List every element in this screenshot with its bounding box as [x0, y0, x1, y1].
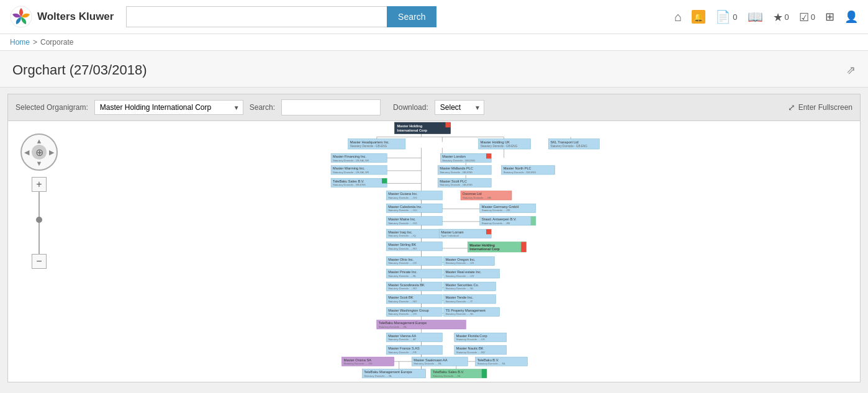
node-securities[interactable]: Master Securities Co. Statutory Domicile… — [443, 282, 495, 291]
breadcrumb: Home > Corporate — [0, 34, 868, 51]
node-germany[interactable]: Master Germany GmbH Statutory Domicile -… — [480, 204, 536, 212]
node-telebaku-mgmt-eu2[interactable]: TeleBaku Management Europe Statutory Dom… — [362, 369, 425, 378]
node-guiana[interactable]: Master Guiana Inc. Statutory Domicile - … — [386, 191, 442, 200]
node-tende[interactable]: Master Tende Inc. Statutory Domicile - .… — [443, 295, 495, 304]
checklist-icon — [799, 10, 809, 24]
node-ohio[interactable]: Master Ohio Inc. Statutory Domicile - ..… — [386, 256, 442, 265]
node-saakmaan[interactable]: Master Saakmaan AA Statutory Domicile - … — [412, 357, 468, 366]
notification-button[interactable]: 🔔 — [692, 10, 705, 24]
search-input[interactable] — [126, 6, 387, 27]
node-vienna[interactable]: Master Vienna AA Statutory Domicile - ..… — [386, 333, 442, 341]
home-button[interactable] — [674, 10, 682, 24]
svg-text:Statutory Domicile - ...IQ: Statutory Domicile - ...IQ — [388, 234, 415, 237]
svg-text:Statutory Domicile - ...NL: Statutory Domicile - ...NL — [445, 287, 474, 290]
zoom-thumb[interactable] — [36, 217, 42, 223]
svg-text:Master Lorrain: Master Lorrain — [441, 230, 463, 234]
node-oregon[interactable]: Master Oregon Inc. Statutory Domicile - … — [443, 256, 494, 265]
svg-text:Statutory Domicile - ...CH: Statutory Domicile - ...CH — [344, 362, 373, 365]
node-property-mgmt[interactable]: TS Property Management Statutory Domicil… — [443, 307, 499, 316]
node-headquarters[interactable]: Master Headquarters Inc. Statutory Domic… — [348, 139, 405, 149]
svg-text:International Corp: International Corp — [469, 247, 500, 251]
node-midlands[interactable]: Master Midlands PLC Statutory Domicile -… — [438, 166, 491, 174]
svg-text:Statutory Domicile - ...NL: Statutory Domicile - ...NL — [414, 362, 442, 365]
node-telebaku-sales2[interactable]: TeleBaku Sales B.V. Statutory Domicile -… — [431, 369, 487, 378]
node-telebaku-sales[interactable]: TeleBaku Sales B.V. Statutory Domicile -… — [331, 178, 387, 187]
svg-text:Statutory Domicile - ...GG: Statutory Domicile - ...GG — [388, 196, 417, 199]
node-france[interactable]: Master France S.AS Statutory Domicile - … — [386, 346, 442, 355]
organigram-select[interactable]: Master Holding International Corp — [94, 100, 243, 115]
zoom-out-button[interactable]: − — [32, 254, 47, 269]
svg-text:Statutory Domicile - ...US: Statutory Domicile - ...US — [388, 312, 417, 315]
node-stirling[interactable]: Master Stirling BK Statutory Domicile - … — [386, 242, 442, 251]
node-skl-transport[interactable]: SKL Transport Ltd Statutory Domicile - G… — [548, 139, 599, 149]
user-button[interactable]: 👤 — [844, 10, 858, 24]
document-button[interactable]: 📄 0 — [715, 9, 737, 24]
node-orsina[interactable]: Master Orsina SA Statutory Domicile - ..… — [341, 357, 394, 366]
svg-text:TeleBaku Sales B.V.: TeleBaku Sales B.V. — [433, 370, 464, 374]
download-label: Download: — [393, 103, 428, 112]
node-holding-intl[interactable]: Master Holding International Corp — [468, 242, 526, 252]
svg-text:Statutory Domicile - ...US: Statutory Domicile - ...US — [445, 274, 474, 278]
node-maine[interactable]: Master Maine Inc. Statutory Domicile - .… — [386, 217, 442, 225]
svg-text:Master Securities Co.: Master Securities Co. — [445, 283, 479, 287]
search-button[interactable]: Search — [387, 6, 436, 27]
node-north-plc[interactable]: Master North PLC Statutory Domicile - GB… — [502, 166, 555, 174]
star-icon — [773, 10, 783, 24]
breadcrumb-current: Corporate — [40, 38, 73, 47]
node-scolt[interactable]: Master Scolt PLC Statutory Domicile - GB… — [438, 178, 491, 187]
orgchart-diagram: Master Holding International Corp Master… — [8, 121, 860, 382]
svg-text:Statutory Domicile - ...US: Statutory Domicile - ...US — [388, 261, 417, 264]
svg-rect-158 — [482, 369, 487, 378]
orgchart-search-input[interactable] — [281, 99, 381, 115]
grid-button[interactable]: ⊞ — [825, 10, 834, 24]
svg-text:Statutory Domicile - US-GA, GR: Statutory Domicile - US-GA, GR — [333, 171, 369, 174]
node-scandinavia[interactable]: Master Scandinavia BK Statutory Domicile… — [386, 282, 442, 291]
breadcrumb-home[interactable]: Home — [10, 38, 30, 47]
svg-text:Type: Individual: Type: Individual — [441, 234, 458, 237]
node-root[interactable]: Master Holding International Corp — [394, 122, 450, 133]
zoom-in-button[interactable]: + — [32, 177, 47, 192]
svg-text:International Corp: International Corp — [397, 129, 428, 132]
selected-organigram-label: Selected Organigram: — [16, 103, 88, 112]
node-financing[interactable]: Master Financing Inc. Statutory Domicile… — [331, 153, 387, 162]
node-holding-uk[interactable]: Master Holding UK Statutory Domicile - G… — [479, 139, 531, 149]
node-antwerpen[interactable]: Staad. Antwerpen B.V. Statutory Domicile… — [480, 217, 536, 225]
logo-icon — [10, 6, 32, 28]
checklist-button[interactable]: 0 — [799, 10, 815, 24]
node-florida[interactable]: Master Florida Corp Statutory Domicile -… — [454, 333, 507, 341]
node-caledonia[interactable]: Master Caledonia Inc. Statutory Domicile… — [386, 204, 442, 212]
node-warming[interactable]: Master Warming Inc. Statutory Domicile -… — [331, 166, 387, 174]
node-doornse[interactable]: Doornse Ltd Statutory Domicile - ...GB — [461, 191, 512, 200]
svg-text:Master Warming Inc.: Master Warming Inc. — [333, 166, 365, 170]
node-telebaku-bv[interactable]: TeleBaku B.V. Statutory Domicile - ...NL — [476, 357, 528, 366]
svg-rect-97 — [521, 242, 526, 252]
svg-text:Master Ohio Inc.: Master Ohio Inc. — [388, 258, 414, 261]
download-select[interactable]: Select PDF PNG SVG — [435, 100, 484, 115]
notification-icon: 🔔 — [692, 10, 705, 24]
node-private[interactable]: Master Private Inc. Statutory Domicile -… — [386, 269, 442, 278]
node-telebaku-mgmt[interactable]: TeleBaku Management Europe Statutory Dom… — [377, 320, 466, 329]
star-button[interactable]: 0 — [773, 10, 789, 24]
logo-text: Wolters Kluwer — [37, 11, 114, 23]
share-icon[interactable]: ⇗ — [846, 63, 856, 77]
svg-text:Master Maine Inc.: Master Maine Inc. — [388, 217, 416, 221]
svg-text:TeleBaku Sales B.V.: TeleBaku Sales B.V. — [333, 179, 364, 183]
svg-rect-90 — [486, 229, 491, 234]
pan-left-arrow: ◀ — [24, 148, 29, 156]
pan-control[interactable]: ▲ ◀ ⊕ ▶ ▼ — [20, 133, 58, 171]
svg-text:Statutory Domicile - ...NL: Statutory Domicile - ...NL — [477, 362, 506, 365]
svg-text:Statutory Domicile - GB-ENG: Statutory Domicile - GB-ENG — [350, 145, 387, 148]
node-scoti[interactable]: Master Scoti BK Statutory Domicile - ...… — [386, 295, 442, 304]
fullscreen-button[interactable]: ⤢ Enter Fullscreen — [788, 102, 852, 112]
svg-text:Master Midlands PLC: Master Midlands PLC — [440, 166, 473, 170]
node-london[interactable]: Master London Statutory Domicile - GB-EN… — [440, 153, 491, 162]
book-button[interactable]: 📖 — [748, 9, 763, 24]
document-icon: 📄 — [715, 9, 731, 24]
svg-text:Master Guiana Inc.: Master Guiana Inc. — [388, 192, 418, 196]
node-real-estate[interactable]: Master Real estate Inc. Statutory Domici… — [443, 269, 499, 278]
node-iraq[interactable]: Master Iraq Inc. Statutory Domicile - ..… — [386, 229, 442, 238]
book-icon: 📖 — [748, 9, 763, 24]
node-lorrain[interactable]: Master Lorrain Type: Individual — [439, 229, 491, 238]
node-washington[interactable]: Master Washington Group Statutory Domici… — [386, 307, 442, 316]
node-nautic[interactable]: Master Nautic BK Statutory Domicile - ..… — [454, 346, 507, 355]
